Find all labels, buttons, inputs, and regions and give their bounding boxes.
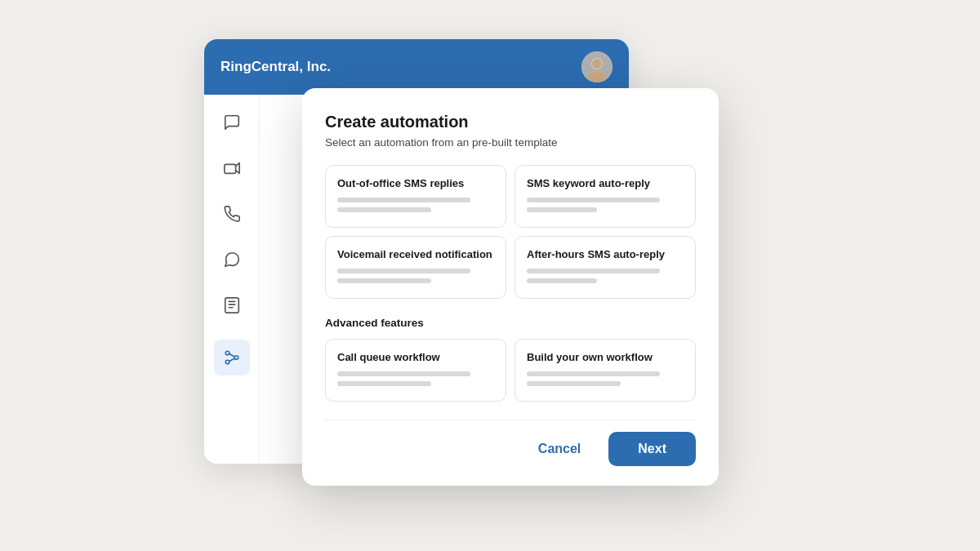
svg-line-13 <box>229 353 234 357</box>
template-card-sms-keyword-autoreply[interactable]: SMS keyword auto-reply <box>514 165 696 228</box>
template-label: After-hours SMS auto-reply <box>527 248 684 260</box>
placeholder-line <box>337 371 470 376</box>
svg-point-10 <box>225 351 229 355</box>
svg-point-12 <box>225 360 229 364</box>
placeholder-line <box>527 207 597 212</box>
placeholder-line <box>337 381 431 386</box>
svg-rect-6 <box>225 297 238 312</box>
placeholder-line <box>337 278 431 283</box>
sidebar-item-video[interactable] <box>220 157 243 180</box>
template-card-build-own-workflow[interactable]: Build your own workflow <box>514 339 696 402</box>
app-header: RingCentral, Inc. <box>204 39 629 95</box>
create-automation-modal: Create automation Select an automation f… <box>302 88 719 486</box>
svg-line-14 <box>229 358 234 361</box>
advanced-grid: Call queue workflow Build your own workf… <box>325 339 696 402</box>
placeholder-line <box>527 198 660 202</box>
template-card-out-of-office-sms[interactable]: Out-of-office SMS replies <box>325 165 506 228</box>
modal-subtitle: Select an automation from an pre-built t… <box>325 136 696 149</box>
modal-footer: Cancel Next <box>325 420 696 466</box>
template-label: Out-of-office SMS replies <box>337 177 494 189</box>
avatar[interactable] <box>581 51 612 82</box>
app-title: RingCentral, Inc. <box>220 59 331 75</box>
next-button[interactable]: Next <box>608 432 696 466</box>
placeholder-line <box>527 269 660 273</box>
template-card-voicemail-notification[interactable]: Voicemail received notification <box>325 236 506 299</box>
template-label: Voicemail received notification <box>337 248 494 260</box>
template-label: SMS keyword auto-reply <box>527 177 684 189</box>
sidebar-item-notes[interactable] <box>220 294 243 317</box>
svg-point-3 <box>592 59 602 69</box>
advanced-section-label: Advanced features <box>325 317 696 329</box>
template-card-after-hours-sms[interactable]: After-hours SMS auto-reply <box>514 236 696 299</box>
placeholder-line <box>527 371 660 376</box>
placeholder-line <box>527 381 621 386</box>
placeholder-line <box>337 198 470 202</box>
svg-rect-5 <box>224 164 235 173</box>
placeholder-line <box>337 269 470 273</box>
template-label: Call queue workflow <box>337 351 494 363</box>
template-grid: Out-of-office SMS replies SMS keyword au… <box>325 165 696 299</box>
sidebar-item-phone[interactable] <box>220 202 243 225</box>
sidebar-item-messaging[interactable] <box>220 248 243 271</box>
template-label: Build your own workflow <box>527 351 684 363</box>
template-card-call-queue-workflow[interactable]: Call queue workflow <box>325 339 506 402</box>
modal-title: Create automation <box>325 113 696 131</box>
sidebar-item-workflows[interactable] <box>214 340 250 375</box>
placeholder-line <box>337 207 431 212</box>
placeholder-line <box>527 278 597 283</box>
sidebar <box>204 95 260 464</box>
sidebar-item-chat[interactable] <box>220 111 243 134</box>
cancel-button[interactable]: Cancel <box>520 432 599 466</box>
svg-point-11 <box>234 355 238 359</box>
